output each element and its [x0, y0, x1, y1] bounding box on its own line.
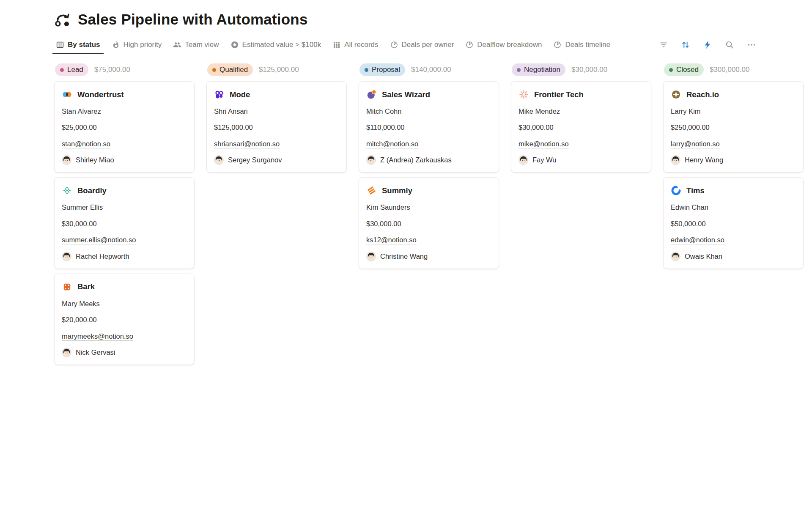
column-header: Qualified $125,000.00 — [206, 63, 347, 76]
card-header: Bark — [62, 282, 187, 292]
automations-bolt-icon[interactable] — [703, 40, 712, 49]
search-icon[interactable] — [725, 40, 734, 49]
contact-name: Mike Mendez — [518, 107, 644, 116]
status-label: Lead — [67, 66, 83, 74]
tab-by-status[interactable]: By status — [54, 36, 102, 54]
card-header: Reach.io — [671, 89, 796, 100]
owner-name: Shirley Miao — [76, 156, 114, 164]
status-pill[interactable]: Lead — [55, 63, 88, 76]
company-name: Wondertrust — [77, 90, 124, 99]
tab-dealflow-breakdown[interactable]: Dealflow breakdown — [464, 36, 543, 54]
column-sum: $300,000.00 — [710, 66, 750, 74]
bark-logo-icon — [62, 282, 72, 292]
card-header: Tims — [671, 185, 796, 196]
owner-name: Rachel Hepworth — [76, 252, 129, 260]
deal-card[interactable]: Reach.io Larry Kim $250,000.00 larry@not… — [663, 81, 804, 173]
deal-amount: $25,000.00 — [62, 123, 187, 132]
more-icon[interactable] — [747, 40, 756, 49]
view-tabs: By status High priority Team view Estima… — [54, 36, 612, 54]
deal-card[interactable]: Mode Shri Ansari $125,000.00 shriansari@… — [206, 81, 347, 173]
deal-amount: $30,000.00 — [62, 219, 187, 228]
column-cards: Frontier Tech Mike Mendez $30,000.00 mik… — [511, 81, 651, 173]
status-pill[interactable]: Proposal — [359, 63, 405, 76]
email-field: stan@notion.so — [62, 140, 187, 148]
company-name: Sales Wizard — [382, 90, 430, 99]
company-name: Boardly — [77, 186, 107, 195]
deal-card[interactable]: Wondertrust Stan Alvarez $25,000.00 stan… — [54, 81, 195, 173]
people-icon — [173, 41, 181, 49]
filter-icon[interactable] — [659, 40, 668, 49]
board-column: Proposal $140,000.00 Sales Wizard Mitch … — [359, 63, 499, 274]
email-link[interactable]: mike@notion.so — [518, 140, 569, 148]
tab-estimated-value[interactable]: Estimated value > $100k — [229, 36, 323, 54]
column-sum: $30,000.00 — [571, 66, 607, 74]
column-cards: Wondertrust Stan Alvarez $25,000.00 stan… — [54, 81, 195, 365]
status-pill[interactable]: Negotiation — [512, 63, 565, 76]
avatar — [214, 155, 224, 165]
wondertrust-logo-icon — [62, 89, 72, 100]
column-header: Lead $75,000.00 — [54, 63, 195, 76]
column-header: Proposal $140,000.00 — [359, 63, 499, 76]
deal-card[interactable]: Tims Edwin Chan $50,000.00 edwin@notion.… — [663, 177, 804, 269]
column-sum: $125,000.00 — [259, 66, 299, 74]
deal-amount: $20,000.00 — [62, 315, 187, 324]
email-link[interactable]: ks12@notion.so — [366, 236, 417, 244]
email-link[interactable]: larry@notion.so — [671, 140, 720, 148]
deal-card[interactable]: Sales Wizard Mitch Cohn $110,000.00 mitc… — [359, 81, 499, 173]
board-column: Lead $75,000.00 Wondertrust Stan Alvarez… — [54, 63, 195, 370]
status-label: Qualified — [219, 66, 248, 74]
status-dot-icon — [517, 68, 521, 72]
tab-high-priority[interactable]: High priority — [110, 36, 164, 54]
tab-deals-timeline[interactable]: Deals timeline — [551, 36, 612, 54]
column-header: Negotiation $30,000.00 — [511, 63, 651, 76]
status-dot-icon — [365, 68, 368, 72]
email-link[interactable]: edwin@notion.so — [671, 236, 724, 244]
contact-name: Larry Kim — [671, 107, 796, 116]
email-field: marymeeks@notion.so — [62, 332, 187, 341]
pie-chart-icon — [465, 41, 474, 49]
email-link[interactable]: shriansari@notion.so — [214, 140, 280, 148]
contact-name: Edwin Chan — [671, 203, 796, 212]
deal-card[interactable]: Bark Mary Meeks $20,000.00 marymeeks@not… — [54, 274, 195, 365]
sort-icon[interactable] — [681, 40, 690, 49]
status-pill[interactable]: Qualified — [207, 63, 253, 76]
status-pill[interactable]: Closed — [664, 63, 704, 76]
owner-name: Henry Wang — [685, 156, 723, 164]
tab-label: By status — [68, 41, 100, 49]
view-tab-bar: By status High priority Team view Estima… — [54, 36, 758, 54]
column-cards: Sales Wizard Mitch Cohn $110,000.00 mitc… — [359, 81, 499, 269]
board-view-icon — [56, 41, 64, 49]
grid-icon — [332, 41, 341, 49]
avatar — [671, 155, 680, 165]
email-link[interactable]: stan@notion.so — [62, 140, 110, 148]
deal-card[interactable]: Boardly Summer Ellis $30,000.00 summer.e… — [54, 177, 195, 269]
tab-label: Dealflow breakdown — [477, 41, 542, 49]
tab-team-view[interactable]: Team view — [171, 36, 220, 54]
kanban-board: Lead $75,000.00 Wondertrust Stan Alvarez… — [54, 63, 758, 370]
frontier-tech-logo-icon — [518, 89, 529, 100]
page-header: Sales Pipeline with Automations — [54, 11, 758, 28]
tab-deals-per-owner[interactable]: Deals per owner — [388, 36, 456, 54]
email-field: larry@notion.so — [671, 140, 796, 148]
status-label: Proposal — [372, 66, 400, 74]
email-link[interactable]: marymeeks@notion.so — [62, 332, 133, 340]
company-name: Reach.io — [686, 90, 719, 99]
company-name: Frontier Tech — [534, 90, 584, 99]
deal-card[interactable]: Frontier Tech Mike Mendez $30,000.00 mik… — [511, 81, 651, 173]
view-toolbar — [659, 40, 758, 49]
company-name: Bark — [77, 282, 95, 291]
board-column: Closed $300,000.00 Reach.io Larry Kim $2… — [663, 63, 804, 274]
deal-amount: $110,000.00 — [366, 123, 491, 132]
owner-row: Nick Gervasi — [62, 348, 187, 358]
card-header: Wondertrust — [62, 89, 187, 100]
avatar — [366, 155, 376, 165]
column-cards: Mode Shri Ansari $125,000.00 shriansari@… — [206, 81, 347, 173]
owner-name: Nick Gervasi — [76, 348, 115, 356]
summly-logo-icon — [366, 185, 377, 196]
card-header: Sales Wizard — [366, 89, 491, 100]
email-link[interactable]: mitch@notion.so — [366, 140, 418, 148]
email-link[interactable]: summer.ellis@notion.so — [62, 236, 136, 244]
email-field: ks12@notion.so — [366, 236, 491, 244]
tab-all-records[interactable]: All records — [331, 36, 380, 54]
deal-card[interactable]: Summly Kim Saunders $30,000.00 ks12@noti… — [359, 177, 499, 269]
